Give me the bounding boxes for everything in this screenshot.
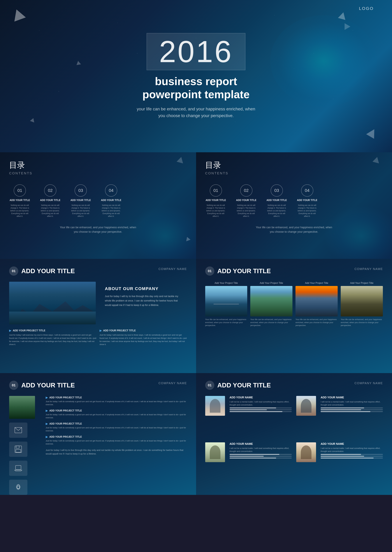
progress-bars-1 — [230, 408, 292, 412]
icons-bottom-text: Just for today I will try to live throug… — [46, 448, 187, 456]
svg-rect-3 — [16, 450, 21, 452]
icon-arrow-3: ▶ — [46, 422, 48, 425]
icon-proj-1: ▶ ADD YOUR PROJECT TITLE Just for today … — [46, 396, 187, 406]
pb-fill — [230, 458, 276, 459]
icon-save-box — [9, 442, 28, 457]
progress-bars-4 — [321, 454, 383, 459]
pb-fill — [321, 411, 370, 412]
icon-mail-box — [9, 423, 28, 438]
person-img-1 — [205, 396, 225, 416]
team-card-1: ADD YOUR NAME I will not be a mental loa… — [205, 396, 292, 438]
pb-track — [230, 454, 292, 455]
pb-track — [230, 411, 292, 412]
slide-contents-left: 目录 CONTENTS 01 ADD YOUR TITLE Nothing we… — [0, 152, 196, 259]
pb-row-3-1 — [230, 454, 292, 455]
proj-caption-2: Your life can be enhanced, and your happ… — [250, 318, 293, 327]
icon-gear-box — [9, 480, 28, 495]
proj-card-2: Add Your Project Title Your life can be … — [250, 282, 293, 327]
team-inner: 01 ADD YOUR TITLE COMPANY NAME ADD YOUR … — [196, 373, 392, 495]
icon-arrow-4: ▶ — [46, 435, 48, 439]
icon-proj-title-1: ▶ ADD YOUR PROJECT TITLE — [46, 396, 187, 399]
pb-fill — [230, 411, 282, 412]
pb-track — [230, 456, 292, 457]
proj-label-1: Add Your Project Title — [205, 282, 247, 284]
company-inner-left: 01 ADD YOUR TITLE COMPANY NAME ABOUT OUR… — [0, 259, 196, 373]
person-sil-1 — [210, 399, 220, 413]
project-images-row: Add Your Project Title Your life can be … — [205, 282, 383, 327]
icons-company-name: COMPANY NAME — [159, 382, 187, 385]
num-circle-2: 02 — [44, 184, 56, 197]
r-num-desc-3: Nothing we can do will change it. The fu… — [266, 204, 287, 218]
pb-track — [321, 411, 383, 412]
r-contents-item-4: 04 ADD YOUR TITLE Nothing we can do will… — [297, 184, 318, 218]
pb-track — [321, 409, 383, 410]
icon-proj-4: ▶ ADD YOUR PROJECT TITLE Just for today … — [46, 435, 187, 445]
contents-left-inner: 目录 CONTENTS 01 ADD YOUR TITLE Nothing we… — [0, 152, 196, 259]
slide-company-left: 01 ADD YOUR TITLE COMPANY NAME ABOUT OUR… — [0, 259, 196, 373]
icons-num-badge: 01 — [9, 381, 18, 390]
projects-inner-right: 01 ADD YOUR TITLE COMPANY NAME Add Your … — [196, 259, 392, 373]
proj-label-3: Add Your Project Title — [295, 282, 338, 284]
r-num-title-4: ADD YOUR TITLE — [297, 199, 317, 202]
pb-fill — [230, 454, 279, 455]
team-name-2: ADD YOUR NAME — [321, 396, 383, 399]
team-photo-1 — [205, 396, 225, 416]
project-title-2: ▶ ADD YOUR PROJECT TITLE — [99, 329, 187, 332]
team-info-1: ADD YOUR NAME I will not be a mental loa… — [230, 396, 292, 412]
bridge-struct-1 — [214, 304, 239, 304]
company-image — [9, 282, 96, 324]
company-name-badge-left: COMPANY NAME — [159, 267, 187, 271]
landscape-image — [9, 282, 96, 324]
pb-row-2-3 — [321, 411, 383, 412]
company-name-badge-right: COMPANY NAME — [354, 267, 383, 271]
pb-fill — [230, 409, 267, 410]
team-grid: ADD YOUR NAME I will not be a mental loa… — [205, 396, 383, 484]
icon-proj-text-4: Just for today I will do somebody a good… — [46, 439, 187, 445]
pb-fill — [230, 408, 276, 408]
num-circle-4: 04 — [105, 184, 117, 197]
team-card-4: ADD YOUR NAME I will not be a mental loa… — [296, 442, 383, 484]
hero-nebula — [270, 15, 377, 106]
pb-fill — [321, 458, 373, 459]
icon-proj-3: ▶ ADD YOUR PROJECT TITLE Just for today … — [46, 422, 187, 432]
r-num-desc-1: Nothing we can do will change it. The fu… — [205, 204, 226, 218]
icons-column — [9, 396, 40, 495]
contents-item-1: 01 ADD YOUR TITLE Nothing we can do will… — [9, 184, 30, 218]
icon-proj-text-1: Just for today I will do somebody a good… — [46, 400, 187, 406]
water — [9, 311, 96, 324]
projects-main-title: ADD YOUR TITLE — [217, 267, 271, 275]
r-num-circle-1: 01 — [210, 184, 222, 197]
icons-team-row: 01 ADD YOUR TITLE COMPANY NAME — [0, 373, 392, 495]
slide-contents-right: 目录 CONTENTS 01 ADD YOUR TITLE Nothing we… — [196, 152, 392, 259]
icons-inner: 01 ADD YOUR TITLE COMPANY NAME — [0, 373, 196, 495]
bridge-image-2 — [341, 286, 383, 316]
contents-label-en-left: CONTENTS — [9, 171, 187, 175]
slide-hero: LOGO 2016 business report powerpoint tem… — [0, 0, 392, 152]
svg-rect-2 — [16, 446, 19, 448]
num-title-2: ADD YOUR TITLE — [40, 199, 60, 202]
r-num-title-2: ADD YOUR TITLE — [236, 199, 257, 202]
num-circle-1: 01 — [14, 184, 26, 197]
pb-row-3-2 — [230, 456, 292, 457]
proj-img-3 — [295, 286, 338, 316]
team-desc-2: I will not be a mental loafer. I will re… — [321, 400, 383, 406]
team-name-1: ADD YOUR NAME — [230, 396, 292, 399]
icon-road-img — [9, 396, 35, 419]
team-desc-4: I will not be a mental loafer. I will re… — [321, 447, 383, 453]
svg-rect-4 — [15, 466, 21, 469]
contents-item-3: 03 ADD YOUR TITLE Nothing we can do will… — [70, 184, 91, 218]
proj-img-1 — [205, 286, 247, 316]
icon-proj-2: ▶ ADD YOUR PROJECT TITLE Just for today … — [46, 409, 187, 419]
proj-card-4: Add Your Project Title Your life can be … — [341, 282, 383, 327]
person-sil-3 — [210, 446, 220, 459]
team-desc-1: I will not be a mental loafer. I will re… — [230, 400, 292, 406]
icons-main-title: ADD YOUR TITLE — [21, 382, 75, 389]
contents-label-zh-right: 目录 — [205, 160, 383, 170]
team-card-3: ADD YOUR NAME I will not be a mental loa… — [205, 442, 292, 484]
icon-proj-text-3: Just for today I will do somebody a good… — [46, 426, 187, 432]
projects-num-badge: 01 — [205, 267, 214, 276]
pb-row-4-2 — [321, 456, 383, 457]
logo: LOGO — [359, 6, 374, 11]
num-circle-3: 03 — [75, 184, 87, 197]
project-item-1: ▶ ADD YOUR PROJECT TITLE Just for today … — [9, 329, 97, 346]
